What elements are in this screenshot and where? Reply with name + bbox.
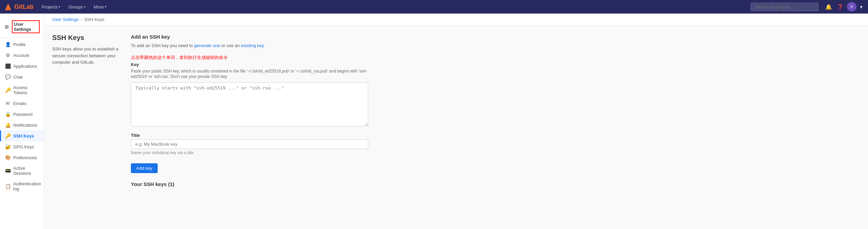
page-title: SSH Keys bbox=[52, 34, 120, 42]
breadcrumb-user-settings[interactable]: User Settings bbox=[52, 17, 79, 22]
ssh-key-textarea[interactable] bbox=[131, 82, 368, 126]
chinese-annotation-text: 点击带颜色的这个单词，拿到执行生成秘钥的命令 bbox=[131, 55, 228, 61]
sidebar-item-active-sessions[interactable]: 📟 Active Sessions bbox=[0, 163, 44, 179]
auth-log-icon: 📋 bbox=[5, 184, 11, 189]
add-key-button[interactable]: Add key bbox=[131, 163, 158, 173]
chat-icon: 💬 bbox=[5, 74, 11, 80]
chevron-down-icon: ▾ bbox=[84, 5, 86, 8]
account-icon: ⚙ bbox=[5, 53, 11, 58]
emails-icon: ✉ bbox=[5, 101, 11, 106]
title-hint: Name your individual key via a title bbox=[131, 150, 368, 155]
gitlab-logo[interactable]: GitLab bbox=[4, 3, 34, 11]
key-label: Key bbox=[131, 62, 368, 67]
main-content: User Settings › SSH Keys SSH Keys SSH ke… bbox=[44, 14, 868, 229]
more-menu-button[interactable]: More ▾ bbox=[91, 3, 110, 11]
projects-menu-button[interactable]: Projects ▾ bbox=[39, 3, 63, 11]
breadcrumb-separator: › bbox=[81, 17, 82, 22]
sidebar-item-preferences[interactable]: 🎨 Preferences bbox=[0, 152, 44, 163]
breadcrumb-current: SSH Keys bbox=[84, 17, 104, 22]
sidebar: ⊞ User Settings 👤 Profile ⚙ Account ⬛ Ap… bbox=[0, 14, 44, 229]
password-icon: 🔒 bbox=[5, 111, 11, 117]
page-content: SSH Keys SSH keys allow you to establish… bbox=[44, 26, 451, 195]
sidebar-item-applications[interactable]: ⬛ Applications bbox=[0, 61, 44, 71]
sidebar-title: User Settings bbox=[12, 20, 40, 33]
topnav-right-actions: 🔔 ❓ A ▾ bbox=[824, 2, 864, 12]
bell-icon-button[interactable]: 🔔 bbox=[824, 2, 833, 12]
title-input[interactable] bbox=[131, 139, 368, 149]
your-ssh-keys-title: Your SSH keys (1) bbox=[131, 181, 368, 187]
sidebar-item-password[interactable]: 🔒 Password bbox=[0, 109, 44, 120]
preferences-icon: 🎨 bbox=[5, 155, 11, 160]
sidebar-header: ⊞ User Settings bbox=[0, 18, 44, 38]
svg-marker-0 bbox=[5, 3, 11, 10]
sidebar-item-profile[interactable]: 👤 Profile bbox=[0, 39, 44, 50]
content-left-column: SSH Keys SSH keys allow you to establish… bbox=[52, 34, 120, 187]
active-sessions-icon: 📟 bbox=[5, 168, 11, 173]
page-description: SSH keys allow you to establish a secure… bbox=[52, 46, 120, 66]
chevron-down-icon: ▾ bbox=[59, 5, 60, 8]
title-field-group: Title Name your individual key via a tit… bbox=[131, 133, 368, 155]
user-avatar-button[interactable]: A bbox=[847, 2, 856, 12]
sidebar-item-gpg-keys[interactable]: 🔐 GPG Keys bbox=[0, 141, 44, 152]
existing-key-link[interactable]: existing key. bbox=[241, 43, 265, 48]
key-field-group: Key Paste your public SSH key, which is … bbox=[131, 62, 368, 128]
title-label: Title bbox=[131, 133, 368, 138]
sidebar-item-authentication-log[interactable]: 📋 Authentication log bbox=[0, 179, 44, 194]
sidebar-item-account[interactable]: ⚙ Account bbox=[0, 50, 44, 61]
notifications-icon: 🔔 bbox=[5, 122, 11, 128]
page-layout: ⊞ User Settings 👤 Profile ⚙ Account ⬛ Ap… bbox=[0, 14, 868, 229]
generate-one-link[interactable]: generate one bbox=[194, 43, 220, 48]
add-ssh-intro: To add an SSH key you need to generate o… bbox=[131, 42, 368, 49]
global-search-input[interactable] bbox=[751, 3, 818, 11]
sidebar-item-access-tokens[interactable]: 🔑 Access Tokens bbox=[0, 82, 44, 98]
sidebar-item-chat[interactable]: 💬 Chat bbox=[0, 71, 44, 82]
add-ssh-title: Add an SSH key bbox=[131, 34, 368, 40]
breadcrumb: User Settings › SSH Keys bbox=[44, 14, 868, 26]
your-ssh-keys-section: Your SSH keys (1) bbox=[131, 181, 368, 187]
add-ssh-section: Add an SSH key To add an SSH key you nee… bbox=[131, 34, 368, 49]
content-right-column: Add an SSH key To add an SSH key you nee… bbox=[131, 34, 368, 187]
key-hint: Paste your public SSH key, which is usua… bbox=[131, 68, 368, 80]
ssh-keys-icon: 🔑 bbox=[5, 133, 11, 139]
top-navigation: GitLab Projects ▾ Groups ▾ More ▾ 🔔 ❓ A … bbox=[0, 0, 868, 14]
chevron-down-icon-user[interactable]: ▾ bbox=[859, 2, 864, 12]
chevron-down-icon: ▾ bbox=[105, 5, 106, 8]
profile-icon: 👤 bbox=[5, 42, 11, 47]
groups-menu-button[interactable]: Groups ▾ bbox=[66, 3, 88, 11]
applications-icon: ⬛ bbox=[5, 63, 11, 69]
help-icon-button[interactable]: ❓ bbox=[835, 2, 845, 12]
access-tokens-icon: 🔑 bbox=[5, 87, 11, 93]
chinese-annotation-row: 点击带颜色的这个单词，拿到执行生成秘钥的命令 bbox=[131, 55, 368, 61]
sidebar-item-notifications[interactable]: 🔔 Notifications bbox=[0, 120, 44, 130]
sidebar-item-emails[interactable]: ✉ Emails bbox=[0, 98, 44, 109]
sidebar-item-ssh-keys[interactable]: 🔑 SSH Keys bbox=[0, 130, 44, 141]
gpg-keys-icon: 🔐 bbox=[5, 144, 11, 149]
settings-grid-icon: ⊞ bbox=[4, 23, 10, 30]
